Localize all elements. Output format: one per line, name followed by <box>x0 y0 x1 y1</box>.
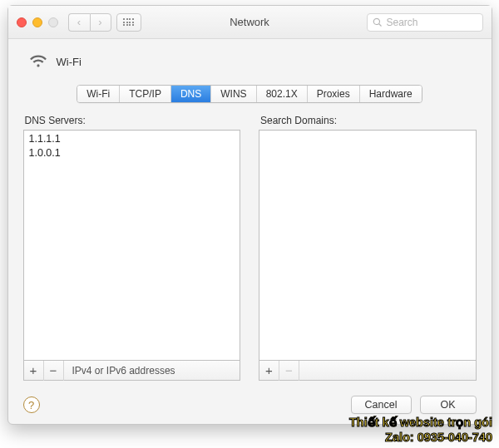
watermark-line1: Thiết kế website trọn gói <box>349 415 492 430</box>
tab-proxies[interactable]: Proxies <box>308 86 360 102</box>
back-button[interactable]: ‹ <box>68 13 90 32</box>
tab-dns[interactable]: DNS <box>171 86 211 102</box>
dns-server-entry[interactable]: 1.1.1.1 <box>29 132 235 146</box>
cancel-button[interactable]: Cancel <box>351 396 412 414</box>
tab-wins[interactable]: WINS <box>211 86 256 102</box>
search-domains-column: Search Domains: + − <box>259 115 477 381</box>
ok-button[interactable]: OK <box>420 396 477 414</box>
tab-tcp-ip[interactable]: TCP/IP <box>120 86 171 102</box>
forward-button[interactable]: › <box>90 13 111 32</box>
search-field[interactable]: Search <box>367 13 483 32</box>
titlebar: ‹ › Network Search <box>8 6 492 39</box>
show-all-button[interactable] <box>116 13 141 32</box>
search-domains-list[interactable] <box>259 130 477 361</box>
dns-footer-text: IPv4 or IPv6 addresses <box>64 365 175 377</box>
dns-server-entry[interactable]: 1.0.0.1 <box>29 146 235 160</box>
minimize-window-button[interactable] <box>32 17 42 27</box>
tab-hardware[interactable]: Hardware <box>360 86 422 102</box>
tab-802-1x[interactable]: 802.1X <box>257 86 308 102</box>
window-controls <box>17 17 58 27</box>
search-placeholder: Search <box>387 17 418 28</box>
footer: ? Cancel OK <box>23 396 477 414</box>
grid-icon <box>123 18 134 26</box>
search-domains-label: Search Domains: <box>260 115 477 126</box>
watermark-line2: Zalo: 0935-040-740 <box>349 430 492 445</box>
chevron-left-icon: ‹ <box>77 16 81 28</box>
pane-body: Wi-Fi Wi-FiTCP/IPDNSWINS802.1XProxiesHar… <box>8 39 492 424</box>
close-window-button[interactable] <box>17 17 27 27</box>
dns-servers-column: DNS Servers: 1.1.1.11.0.0.1 + − IPv4 or … <box>23 115 241 381</box>
preferences-window: ‹ › Network Search Wi-Fi Wi-F <box>7 5 492 425</box>
nav-buttons: ‹ › <box>68 13 111 32</box>
dns-remove-button[interactable]: − <box>44 361 64 381</box>
domain-remove-button: − <box>279 361 299 381</box>
watermark: Thiết kế website trọn gói Zalo: 0935-040… <box>349 415 492 445</box>
dns-list-footer: + − IPv4 or IPv6 addresses <box>23 361 241 381</box>
service-name: Wi-Fi <box>57 56 82 68</box>
domain-add-button[interactable]: + <box>259 361 279 381</box>
service-header: Wi-Fi <box>28 51 477 73</box>
columns: DNS Servers: 1.1.1.11.0.0.1 + − IPv4 or … <box>23 115 477 381</box>
zoom-window-button <box>48 17 58 27</box>
chevron-right-icon: › <box>98 16 101 28</box>
search-icon <box>373 17 383 27</box>
dns-add-button[interactable]: + <box>24 361 44 381</box>
help-button[interactable]: ? <box>23 396 40 413</box>
tab-bar: Wi-FiTCP/IPDNSWINS802.1XProxiesHardware <box>23 85 477 103</box>
wifi-icon <box>28 51 48 73</box>
tab-wi-fi[interactable]: Wi-Fi <box>77 86 120 102</box>
dns-servers-list[interactable]: 1.1.1.11.0.0.1 <box>23 130 241 361</box>
dns-servers-label: DNS Servers: <box>25 115 241 126</box>
domains-list-footer: + − <box>259 361 477 381</box>
